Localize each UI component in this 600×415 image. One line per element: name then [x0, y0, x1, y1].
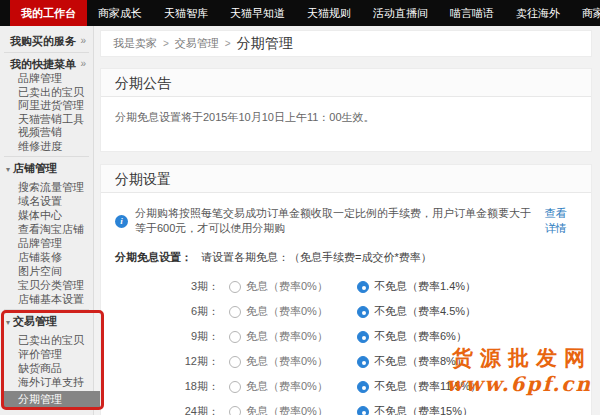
paid-option[interactable]: 不免息（费率15%）: [357, 404, 473, 415]
radio-checked-icon[interactable]: [357, 406, 369, 415]
sidebar-item-tmall-marketing[interactable]: 天猫营销工具: [0, 113, 93, 127]
sidebar-item-overseas-orders[interactable]: 海外订单支持: [0, 375, 93, 389]
paid-option[interactable]: 不免息（费率6%）: [357, 329, 467, 344]
radio-unchecked-icon[interactable]: [229, 381, 241, 393]
radio-checked-icon[interactable]: [357, 381, 369, 393]
info-banner: i 分期购将按照每笔交易成功订单金额收取一定比例的手续费，用户订单金额要大于等于…: [115, 206, 577, 236]
sidebar-item-view-taobao-shop[interactable]: 查看淘宝店铺: [0, 222, 93, 236]
period-label: 18期：: [115, 379, 219, 394]
radio-checked-icon[interactable]: [357, 281, 369, 293]
page-title: 分期管理: [237, 35, 293, 53]
chevron-right-icon: »: [80, 56, 86, 72]
sidebar-section-trade-mgmt[interactable]: ▾交易管理: [0, 313, 93, 329]
nav-item-miao-talk[interactable]: 喵言喵语: [439, 0, 505, 26]
sidebar-item-search-traffic[interactable]: 搜索流量管理: [0, 180, 93, 194]
divider: [4, 52, 89, 53]
nav-item-merchant-support[interactable]: 商家支持▾: [571, 0, 600, 26]
installment-row-18: 18期： 免息（费率0%） 不免息（费率11.5%）: [115, 374, 577, 399]
breadcrumb-root[interactable]: 我是卖家: [113, 36, 157, 51]
nav-item-workbench[interactable]: 我的工作台: [10, 0, 87, 26]
period-label: 3期：: [115, 279, 219, 294]
period-label: 24期：: [115, 404, 219, 415]
sidebar-item-review-mgmt[interactable]: 评价管理: [0, 347, 93, 361]
sidebar-item-out-of-stock[interactable]: 缺货商品: [0, 361, 93, 375]
sidebar-item-installment-mgmt[interactable]: 分期管理: [3, 391, 100, 407]
period-label: 12期：: [115, 354, 219, 369]
radio-label: 免息（费率0%）: [246, 329, 328, 344]
breadcrumb: 我是卖家 > 交易管理 > 分期管理: [100, 30, 592, 57]
sidebar-item-domain-settings[interactable]: 域名设置: [0, 194, 93, 208]
sidebar-header-label: 我购买的服务: [10, 33, 76, 49]
paid-option[interactable]: 不免息（费率11.5%）: [357, 379, 481, 394]
nav-item-sell-overseas[interactable]: 卖往海外: [505, 0, 571, 26]
radio-unchecked-icon[interactable]: [229, 356, 241, 368]
free-option[interactable]: 免息（费率0%）: [229, 354, 347, 369]
nav-item-live-room[interactable]: 活动直播间: [362, 0, 439, 26]
sidebar-item-repair-progress[interactable]: 维修进度: [0, 140, 93, 154]
sidebar-item-sold-items-2[interactable]: 已卖出的宝贝: [0, 333, 93, 347]
form-label-row: 分期免息设置： 请设置各期免息：（免息手续费=成交价*费率）: [115, 250, 577, 265]
radio-checked-icon[interactable]: [357, 306, 369, 318]
divider: [4, 156, 89, 157]
sidebar-section-shop-mgmt[interactable]: ▾店铺管理: [0, 160, 93, 176]
sidebar-item-shop-decoration[interactable]: 店铺装修: [0, 250, 93, 264]
divider: [4, 309, 89, 310]
paid-option[interactable]: 不免息（费率1.4%）: [357, 279, 476, 294]
nav-item-merchant-growth[interactable]: 商家成长: [87, 0, 153, 26]
radio-checked-icon[interactable]: [357, 331, 369, 343]
view-details-link[interactable]: 查看详情: [545, 206, 577, 236]
settings-panel: 分期设置 i 分期购将按照每笔交易成功订单金额收取一定比例的手续费，用户订单金额…: [100, 164, 592, 415]
free-option[interactable]: 免息（费率0%）: [229, 279, 347, 294]
info-icon: i: [115, 215, 128, 228]
sidebar-item-sold-items[interactable]: 已卖出的宝贝: [0, 86, 93, 100]
radio-label: 免息（费率0%）: [246, 304, 328, 319]
announcement-panel: 分期公告 分期免息设置将于2015年10月10日上午11：00生效。: [100, 68, 592, 152]
sidebar-item-quick-menu[interactable]: 我的快捷菜单 »: [0, 56, 93, 72]
sidebar-item-media-center[interactable]: 媒体中心: [0, 208, 93, 222]
sidebar-item-image-space[interactable]: 图片空间: [0, 264, 93, 278]
paid-option[interactable]: 不免息（费率4.5%）: [357, 304, 476, 319]
sidebar-item-brand-mgmt-2[interactable]: 品牌管理: [0, 236, 93, 250]
radio-label: 免息（费率0%）: [246, 279, 328, 294]
nav-label: 商家支持: [582, 7, 600, 19]
radio-label: 免息（费率0%）: [246, 354, 328, 369]
breadcrumb-parent[interactable]: 交易管理: [175, 36, 219, 51]
radio-unchecked-icon[interactable]: [229, 306, 241, 318]
announcement-title: 分期公告: [101, 69, 591, 97]
radio-label: 不免息（费率6%）: [374, 329, 467, 344]
installment-setting-label: 分期免息设置：: [115, 251, 192, 263]
installment-setting-hint: 请设置各期免息：（免息手续费=成交价*费率）: [201, 251, 432, 263]
nav-item-tmall-thinktank[interactable]: 天猫智库: [153, 0, 219, 26]
caret-down-icon: ▾: [6, 318, 10, 327]
caret-down-icon: ▾: [6, 165, 10, 174]
installment-row-24: 24期： 免息（费率0%） 不免息（费率15%）: [115, 399, 577, 415]
radio-label: 免息（费率0%）: [246, 379, 328, 394]
main-content: 我是卖家 > 交易管理 > 分期管理 分期公告 分期免息设置将于2015年10月…: [94, 26, 600, 415]
top-navigation: 我的工作台 商家成长 天猫智库 天猫早知道 天猫规则 活动直播间 喵言喵语 卖往…: [0, 0, 600, 26]
sidebar-item-video-marketing[interactable]: 视频营销: [0, 126, 93, 140]
sidebar-item-ali-purchase[interactable]: 阿里进货管理: [0, 99, 93, 113]
sidebar-header-label: 我的快捷菜单: [10, 56, 76, 72]
radio-label: 不免息（费率15%）: [374, 404, 473, 415]
radio-unchecked-icon[interactable]: [229, 331, 241, 343]
radio-label: 不免息（费率1.4%）: [374, 279, 476, 294]
free-option[interactable]: 免息（费率0%）: [229, 404, 347, 415]
nav-item-tmall-early-news[interactable]: 天猫早知道: [219, 0, 296, 26]
radio-label: 免息（费率0%）: [246, 404, 328, 415]
free-option[interactable]: 免息（费率0%）: [229, 329, 347, 344]
radio-label: 不免息（费率11.5%）: [374, 379, 481, 394]
radio-unchecked-icon[interactable]: [229, 281, 241, 293]
radio-unchecked-icon[interactable]: [229, 406, 241, 415]
sidebar-item-brand-mgmt[interactable]: 品牌管理: [0, 72, 93, 86]
installment-row-12: 12期： 免息（费率0%） 不免息（费率8%）: [115, 349, 577, 374]
paid-option[interactable]: 不免息（费率8%）: [357, 354, 467, 369]
breadcrumb-separator: >: [225, 38, 231, 49]
radio-checked-icon[interactable]: [357, 356, 369, 368]
nav-item-tmall-rules[interactable]: 天猫规则: [296, 0, 362, 26]
announcement-body: 分期免息设置将于2015年10月10日上午11：00生效。: [115, 111, 375, 123]
free-option[interactable]: 免息（费率0%）: [229, 304, 347, 319]
free-option[interactable]: 免息（费率0%）: [229, 379, 347, 394]
sidebar-item-shop-basic-settings[interactable]: 店铺基本设置: [0, 292, 93, 306]
sidebar-item-purchased-services[interactable]: 我购买的服务 »: [0, 33, 93, 49]
sidebar-item-item-category[interactable]: 宝贝分类管理: [0, 278, 93, 292]
